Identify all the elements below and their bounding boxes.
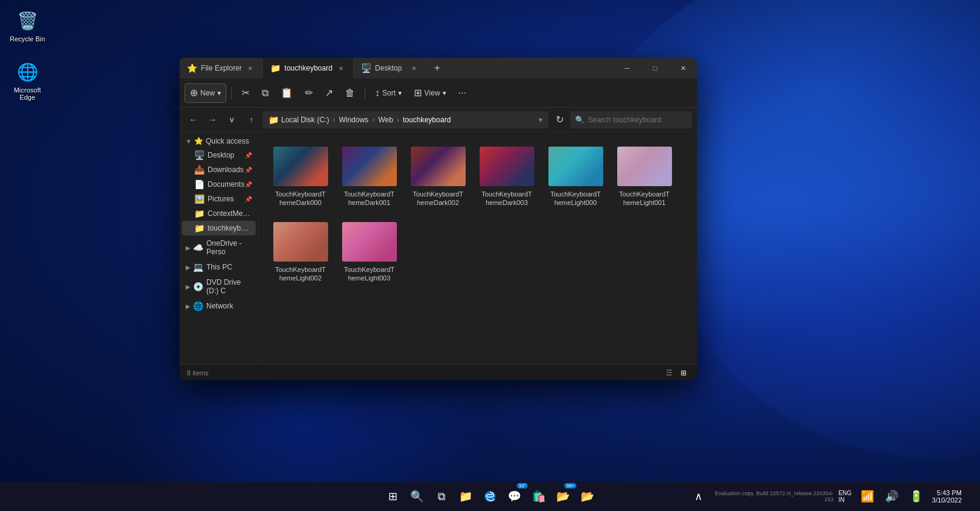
copy-button[interactable]: ⧉ <box>257 83 273 103</box>
search-button[interactable]: 🔍 <box>406 485 428 507</box>
sidebar-onedrive-header[interactable]: ▶ ☁️ OneDrive - Perso <box>182 237 256 259</box>
file-name-tl003: TouchKeyboardThemeLight003 <box>344 265 394 283</box>
close-button[interactable]: ✕ <box>669 58 697 78</box>
file-name-tl000: TouchKeyboardThemeLight000 <box>550 190 601 207</box>
network-tray-button[interactable]: 📶 <box>856 485 878 507</box>
list-view-button[interactable]: ☰ <box>663 367 675 379</box>
file-item-tl002[interactable]: TouchKeyboardThemeLight002 <box>268 217 332 288</box>
window-controls: ─ □ ✕ <box>613 58 697 78</box>
file-thumb-tl002 <box>273 222 328 262</box>
thispc-label: This PC <box>206 263 233 271</box>
file-manager-taskbar-button[interactable]: 📁 <box>455 485 477 507</box>
new-tab-button[interactable]: + <box>427 58 447 78</box>
tab-file-explorer[interactable]: ⭐ File Explorer ✕ <box>180 58 263 78</box>
search-box[interactable]: 🔍 <box>570 111 692 128</box>
path-item-windows[interactable]: Windows <box>339 116 369 124</box>
sidebar-item-downloads[interactable]: 📥 Downloads 📌 <box>182 162 256 177</box>
start-button[interactable]: ⊞ <box>382 485 404 507</box>
file-item-td001[interactable]: TouchKeyboardThemeDark001 <box>337 142 401 212</box>
file-thumb-tl000 <box>548 147 603 186</box>
task-view-button[interactable]: ⧉ <box>430 485 452 507</box>
path-item-touchkeyboard[interactable]: touchkeyboard <box>403 116 451 124</box>
sidebar-thispc-header[interactable]: ▶ 💻 This PC <box>182 260 256 274</box>
sidebar-item-documents[interactable]: 📄 Documents 📌 <box>182 177 256 192</box>
sort-label: Sort <box>382 89 396 97</box>
file-item-td000[interactable]: TouchKeyboardThemeDark000 <box>268 142 332 212</box>
new-dropdown-icon: ▾ <box>217 89 221 97</box>
tab-desktop-close[interactable]: ✕ <box>409 63 419 73</box>
teams-taskbar-button[interactable]: 💬 33° <box>503 485 525 507</box>
tab-desktop[interactable]: 🖥️ Desktop ✕ <box>354 58 427 78</box>
sidebar-contextmenu-label: ContextMenuC <box>208 209 252 218</box>
teams-badge: 33° <box>517 483 528 488</box>
grid-view-button[interactable]: ⊞ <box>677 367 690 379</box>
file-grid: TouchKeyboardThemeDark000TouchKeyboardTh… <box>259 132 697 364</box>
tray-chevron[interactable]: ∧ <box>687 485 709 507</box>
pictures-pin-icon: 📌 <box>245 196 252 203</box>
path-dropdown-icon[interactable]: ▾ <box>539 116 542 124</box>
tab-file-explorer-close[interactable]: ✕ <box>245 63 255 73</box>
up-button[interactable]: ↑ <box>243 111 260 128</box>
quickaccess-label: Quick access <box>206 137 249 145</box>
file-item-tl000[interactable]: TouchKeyboardThemeLight000 <box>544 142 607 212</box>
sidebar-item-desktop[interactable]: 🖥️ Desktop 📌 <box>182 148 256 162</box>
paste-icon: 📋 <box>281 87 293 99</box>
lang-button[interactable]: ENGIN <box>836 485 854 507</box>
file-thumb-tl001 <box>617 147 672 186</box>
sidebar-network-header[interactable]: ▶ 🌐 Network <box>182 299 256 313</box>
file-explorer-window: ⭐ File Explorer ✕ 📁 touchkeyboard ✕ 🖥️ D… <box>180 58 697 380</box>
cut-button[interactable]: ✂ <box>237 83 254 103</box>
new-icon: ⊕ <box>190 87 198 99</box>
search-input[interactable] <box>588 116 687 124</box>
more-icon: ··· <box>458 88 466 99</box>
new-button[interactable]: ⊕ New ▾ <box>184 83 226 103</box>
battery-tray-button[interactable]: 🔋 <box>905 485 927 507</box>
pictures-folder-icon: 🖼️ <box>194 194 205 204</box>
file-item-tl001[interactable]: TouchKeyboardThemeLight001 <box>612 142 676 212</box>
address-path[interactable]: 📁 Local Disk (C:) › Windows › Web › touc… <box>262 111 548 128</box>
file-item-td002[interactable]: TouchKeyboardThemeDark002 <box>406 142 470 212</box>
delete-button[interactable]: 🗑 <box>340 83 360 103</box>
sidebar-item-contextmenu[interactable]: 📁 ContextMenuC <box>182 206 256 221</box>
clock-date: 3/10/2022 <box>932 496 962 504</box>
file-name-td003: TouchKeyboardThemeDark003 <box>481 190 532 207</box>
tab-touchkeyboard[interactable]: 📁 touchkeyboard ✕ <box>263 58 354 78</box>
desktop-icon-recycle-bin[interactable]: 🗑️ Recycle Bin <box>6 6 49 45</box>
taskbar-right: ∧ Evaluation copy. Build 22572.ni_releas… <box>687 485 974 507</box>
store-taskbar-button[interactable]: 🛍️ <box>528 485 550 507</box>
file-item-td003[interactable]: TouchKeyboardThemeDark003 <box>475 142 539 212</box>
dropdown-recent-button[interactable]: ∨ <box>223 111 240 128</box>
rename-button[interactable]: ✏ <box>300 83 318 103</box>
volume-tray-button[interactable]: 🔊 <box>881 485 903 507</box>
sidebar-quickaccess-header[interactable]: ▼ ⭐ Quick access <box>182 134 256 148</box>
taskbar-clock[interactable]: 5:43 PM 3/10/2022 <box>932 489 962 504</box>
file-thumb-td003 <box>480 147 534 186</box>
status-item-count: 8 items <box>187 369 208 377</box>
maximize-button[interactable]: □ <box>641 58 669 78</box>
file-item-tl003[interactable]: TouchKeyboardThemeLight003 <box>337 217 401 288</box>
desktop-icon-edge[interactable]: 🌐 Microsoft Edge <box>6 57 49 103</box>
paste-button[interactable]: 📋 <box>276 83 298 103</box>
titlebar: ⭐ File Explorer ✕ 📁 touchkeyboard ✕ 🖥️ D… <box>180 58 697 78</box>
sidebar-dvd-header[interactable]: ▶ 💿 DVD Drive (D:) C <box>182 276 256 297</box>
share-button[interactable]: ↗ <box>320 83 338 103</box>
desktop-pin-icon: 📌 <box>245 152 252 159</box>
sidebar-item-pictures[interactable]: 🖼️ Pictures 📌 <box>182 192 256 206</box>
file-explorer-taskbar-button[interactable]: 📂 <box>576 485 598 507</box>
sidebar-item-touchkeyboard[interactable]: 📁 touchkeyboard <box>182 221 256 235</box>
notification-center-button[interactable] <box>967 485 974 507</box>
view-button[interactable]: ⊞ View ▾ <box>409 83 451 103</box>
more-button[interactable]: ··· <box>453 83 471 103</box>
path-item-localdisk[interactable]: Local Disk (C:) <box>281 116 329 124</box>
search-icon: 🔍 <box>575 116 584 124</box>
sort-button[interactable]: ↕ Sort ▾ <box>370 83 407 103</box>
minimize-button[interactable]: ─ <box>613 58 641 78</box>
sort-dropdown-icon: ▾ <box>398 89 402 97</box>
taskbar-pinned-app[interactable]: 📂 99+ <box>552 485 574 507</box>
tab-touchkeyboard-close[interactable]: ✕ <box>336 63 346 73</box>
forward-button[interactable]: → <box>204 111 221 128</box>
back-button[interactable]: ← <box>184 111 201 128</box>
edge-taskbar-button[interactable] <box>479 485 501 507</box>
refresh-button[interactable]: ↻ <box>551 111 568 128</box>
path-item-web[interactable]: Web <box>378 116 393 124</box>
